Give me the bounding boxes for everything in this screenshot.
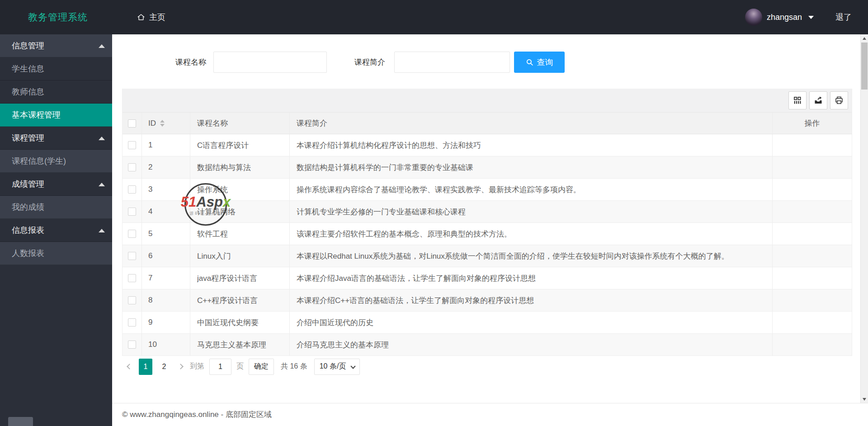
- cell-text: 3: [148, 185, 152, 194]
- scroll-down-button[interactable]: [861, 395, 868, 403]
- sidebar-item-2-0[interactable]: 我的成绩: [0, 196, 112, 219]
- row-checkbox[interactable]: [128, 163, 136, 171]
- username: zhangsan: [767, 13, 802, 22]
- filter-columns-button[interactable]: [788, 91, 807, 109]
- cell-id: 4: [142, 201, 190, 222]
- course-intro-input[interactable]: [394, 52, 510, 73]
- sidebar-item-label: 课程信息(学生): [12, 156, 66, 166]
- sidebar-group-label: 课程管理: [12, 133, 44, 143]
- confirm-button[interactable]: 确定: [249, 359, 274, 375]
- jump-prefix-label: 到第: [190, 362, 204, 371]
- course-name-input[interactable]: [213, 52, 327, 73]
- row-checkbox[interactable]: [128, 141, 136, 149]
- cell-text: 10: [148, 340, 157, 349]
- sidebar-group-3[interactable]: 信息报表: [0, 219, 112, 242]
- chevron-left-icon: [127, 364, 132, 369]
- cell-text: 2: [148, 163, 152, 172]
- footer: © www.zhangqingeas.online - 底部固定区域: [112, 403, 868, 426]
- cell-id: 7: [142, 267, 190, 289]
- table-body: 1C语言程序设计本课程介绍计算机结构化程序设计的思想、方法和技巧2数据结构与算法…: [123, 134, 852, 356]
- cell-checkbox: [123, 245, 142, 267]
- sidebar-item-1-0[interactable]: 课程信息(学生): [0, 150, 112, 173]
- select-all-checkbox[interactable]: [128, 119, 136, 128]
- table-header: ID 课程名称 课程简介 操作: [123, 113, 852, 134]
- table-row: 7java程序设计语言本课程介绍Java语言的基础语法，让学生了解面向对象的程序…: [123, 267, 852, 289]
- next-page-button[interactable]: [176, 358, 185, 375]
- cell-text: Linux入门: [197, 251, 231, 261]
- cell-text: C语言程序设计: [197, 140, 249, 151]
- column-header-label: 课程简介: [297, 118, 327, 128]
- cell-id: 9: [142, 312, 190, 333]
- page-button-1[interactable]: 1: [139, 359, 152, 375]
- prev-page-button[interactable]: [125, 358, 134, 375]
- row-checkbox[interactable]: [128, 208, 136, 216]
- cell-text: 软件工程: [197, 229, 228, 239]
- sidebar-item-0-2[interactable]: 基本课程管理: [0, 104, 112, 127]
- course-intro-label: 课程简介: [354, 52, 385, 73]
- row-checkbox[interactable]: [128, 318, 136, 327]
- course-name-label: 课程名称: [175, 52, 206, 73]
- print-button[interactable]: [830, 91, 848, 109]
- cell-course-name: 软件工程: [190, 223, 290, 245]
- pagination: 12 到第 页 确定 共 16 条 10 条/页: [125, 358, 360, 375]
- cell-actions: [773, 134, 852, 156]
- table-row: 6Linux入门本课程以Redhat Linux系统为基础，对Linux系统做一…: [123, 245, 852, 267]
- user-menu[interactable]: zhangsan: [745, 9, 814, 26]
- cell-id: 3: [142, 179, 190, 200]
- avatar[interactable]: [745, 9, 762, 26]
- logout-link[interactable]: 退了: [835, 12, 852, 23]
- header-checkbox-cell: [123, 113, 142, 134]
- cell-course-intro: 介绍马克思主义的基本原理: [290, 334, 773, 355]
- row-checkbox[interactable]: [128, 341, 136, 349]
- row-checkbox[interactable]: [128, 252, 136, 260]
- sidebar-item-0-0[interactable]: 学生信息: [0, 57, 112, 80]
- sidebar-group-0[interactable]: 信息管理: [0, 34, 112, 57]
- sort-icon[interactable]: [160, 120, 165, 127]
- sidebar-item-label: 人数报表: [12, 248, 44, 259]
- cell-text: 6: [148, 251, 152, 260]
- cell-checkbox: [123, 179, 142, 200]
- row-checkbox[interactable]: [128, 296, 136, 304]
- cell-text: 中国近现代史纲要: [197, 317, 259, 328]
- sidebar-menu: 信息管理学生信息教师信息基本课程管理课程管理课程信息(学生)成绩管理我的成绩信息…: [0, 34, 112, 265]
- cell-text: 马克思主义基本原理: [197, 340, 266, 350]
- cell-course-intro: 介绍中国近现代的历史: [290, 312, 773, 333]
- row-checkbox[interactable]: [128, 274, 136, 282]
- cell-course-name: 中国近现代史纲要: [190, 312, 290, 333]
- scrollbar-thumb[interactable]: [861, 43, 868, 90]
- sidebar-item-3-0[interactable]: 人数报表: [0, 242, 112, 265]
- sidebar-group-2[interactable]: 成绩管理: [0, 173, 112, 196]
- cell-checkbox: [123, 201, 142, 222]
- page-button-2[interactable]: 2: [157, 359, 171, 375]
- cell-id: 6: [142, 245, 190, 267]
- column-header-label: ID: [148, 119, 156, 128]
- table-row: 5软件工程该课程主要介绍软件工程的基本概念、原理和典型的技术方法。: [123, 223, 852, 245]
- home-icon: [137, 13, 145, 21]
- search-icon: [526, 58, 533, 66]
- sidebar-item-0-1[interactable]: 教师信息: [0, 80, 112, 104]
- cell-course-name: 马克思主义基本原理: [190, 334, 290, 355]
- page-size-select[interactable]: 10 条/页: [314, 359, 360, 375]
- cell-text: 9: [148, 318, 152, 327]
- columns-icon: [793, 96, 802, 105]
- copyright-text: © www.zhangqingeas.online - 底部固定区域: [122, 410, 272, 419]
- sidebar-bottom-handle[interactable]: [8, 417, 33, 426]
- cell-course-intro: 操作系统课程内容综合了基础理论教学、课程实践教学、最新技术追踪等多项内容。: [290, 179, 773, 200]
- table-row: 9中国近现代史纲要介绍中国近现代的历史: [123, 312, 852, 334]
- vertical-scrollbar[interactable]: [860, 34, 868, 403]
- cell-actions: [773, 223, 852, 245]
- cell-text: 计算机专业学生必修的一门专业基础课和核心课程: [297, 207, 466, 217]
- sidebar-group-1[interactable]: 课程管理: [0, 127, 112, 150]
- column-header-id[interactable]: ID: [142, 113, 190, 134]
- jump-page-input[interactable]: [209, 359, 231, 375]
- cell-text: 本课程介绍计算机结构化程序设计的思想、方法和技巧: [297, 140, 481, 151]
- print-icon: [835, 96, 844, 105]
- sidebar-item-label: 我的成绩: [12, 202, 44, 213]
- cell-text: 介绍中国近现代的历史: [297, 317, 373, 328]
- row-checkbox[interactable]: [128, 230, 136, 238]
- scroll-up-button[interactable]: [861, 34, 868, 42]
- row-checkbox[interactable]: [128, 185, 136, 194]
- query-button[interactable]: 查询: [514, 52, 565, 73]
- nav-home-link[interactable]: 主页: [137, 0, 165, 34]
- export-button[interactable]: [809, 91, 827, 109]
